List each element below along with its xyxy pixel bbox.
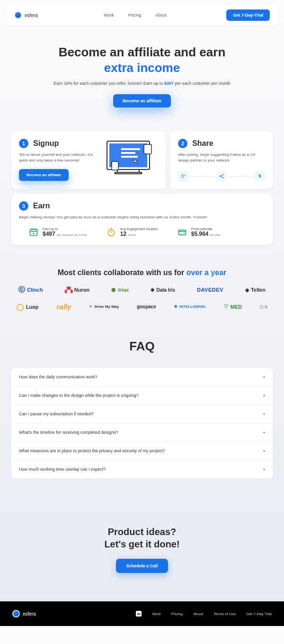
svg-point-14 (108, 230, 114, 236)
client-logo: ▞▚Nuron (65, 287, 89, 293)
faq-item[interactable]: How much working time overlap can I expe… (11, 460, 273, 478)
get-trial-button[interactable]: Get 7-Day-Trial (226, 9, 270, 21)
main-nav: Work Pricing About (104, 13, 167, 18)
step-title: Share (192, 139, 213, 148)
logo-text: esfera (25, 13, 38, 18)
money-icon (255, 171, 265, 181)
clients-title: Most clients collaborate with us for ove… (0, 268, 284, 277)
svg-rect-8 (112, 161, 118, 170)
svg-rect-13 (30, 229, 37, 235)
footer-logo[interactable]: esfera (12, 610, 36, 617)
chevron-down-icon: ▾ (263, 394, 265, 398)
stat-value: 12 month (120, 231, 158, 237)
step-number: 3 (19, 201, 28, 211)
footer-link-work[interactable]: Work (152, 612, 161, 616)
step-desc: Begin making money! You get paid as soon… (19, 215, 265, 220)
logo[interactable]: esfera (14, 11, 38, 19)
step-desc: After joining, begin suggesting Esfera a… (178, 152, 265, 163)
footer-link-terms[interactable]: Terms of Use (213, 612, 236, 616)
wallet-icon (177, 227, 187, 237)
stat-label: Earn up to (43, 227, 87, 231)
client-logo: ◻ S (260, 304, 267, 309)
chevron-down-icon: ▾ (263, 449, 265, 453)
svg-rect-3 (121, 152, 135, 154)
logo-text: esfera (23, 611, 36, 617)
footer-link-pricing[interactable]: Pricing (171, 612, 183, 616)
hero: Become an affiliate and earn extra incom… (0, 30, 284, 117)
nav-work[interactable]: Work (104, 13, 114, 18)
hero-title-line2: extra income (104, 61, 180, 75)
step-earn-card: 3 Earn Begin making money! You get paid … (11, 194, 273, 245)
step-affiliate-button[interactable]: Become an affiliate (19, 169, 69, 181)
footer-link-about[interactable]: About (193, 612, 203, 616)
hero-title-line1: Become an affiliate and earn (59, 45, 226, 59)
clients-section: Most clients collaborate with us for ove… (0, 245, 284, 320)
svg-rect-7 (144, 144, 151, 154)
client-logo: ♡MED (224, 304, 242, 310)
share-flow (178, 171, 265, 181)
stat-duration: Avg engagement duration 12 month (106, 227, 158, 237)
logo-icon (14, 11, 22, 19)
cta-section: Product ideas? Let's get it done! Schedu… (0, 492, 284, 601)
faq-item[interactable]: Can I make changes to the design while t… (11, 386, 273, 405)
client-logo: ⓒClinch (18, 286, 43, 294)
chevron-down-icon: ▾ (263, 467, 265, 472)
header: esfera Work Pricing About Get 7-Day-Tria… (7, 5, 277, 26)
svg-rect-4 (121, 156, 138, 158)
share-icon (216, 171, 227, 181)
flow-connector (190, 176, 214, 177)
client-logo: ◯ Luep (17, 303, 38, 311)
stat-earn: Earn up to $497 per customer per month (28, 227, 87, 237)
svg-point-9 (182, 175, 183, 176)
person-icon (178, 171, 188, 181)
step-share-card: 2 Share After joining, begin suggesting … (170, 131, 273, 189)
hero-subtitle: Earn 10% for each customer you refer, fo… (19, 81, 265, 86)
stat-label: Avg engagement duration (120, 227, 158, 231)
chevron-down-icon: ▾ (263, 375, 265, 379)
step-number: 1 (19, 139, 28, 148)
svg-rect-15 (178, 230, 186, 235)
svg-rect-6 (115, 172, 142, 174)
calendar-icon (28, 227, 39, 237)
logo-icon (12, 610, 20, 617)
client-logo: ◈Tellen (245, 287, 266, 293)
linkedin-icon[interactable]: in (136, 611, 142, 617)
faq-title: FAQ (11, 339, 273, 354)
svg-rect-2 (121, 148, 140, 150)
schedule-call-button[interactable]: Schedule a Call (116, 559, 169, 573)
client-logos-row1: ⓒClinch ▞▚Nuron ⬢triax ✱ Data Iris DAVED… (0, 277, 284, 294)
faq-section: FAQ How does the daily communication wor… (0, 320, 284, 492)
hero-title: Become an affiliate and earn extra incom… (19, 45, 265, 75)
faq-item[interactable]: Can I pause my subscription if needed?▾ (11, 405, 273, 423)
step-signup-card: 1 Signup Tell us about yourself and your… (11, 131, 166, 189)
chevron-down-icon: ▾ (263, 430, 265, 435)
earn-stats: Earn up to $497 per customer per month A… (19, 227, 265, 237)
faq-item[interactable]: What's the timeline for receiving comple… (11, 423, 273, 442)
stat-profit: Profit potential $5.964 per year (177, 227, 221, 237)
faq-item[interactable]: How does the daily communication work?▾ (11, 368, 273, 386)
nav-pricing[interactable]: Pricing (128, 13, 142, 18)
signup-illustration (102, 139, 159, 179)
client-logo: ✦Drive My Way (89, 304, 119, 309)
faq-list: How does the daily communication work?▾ … (11, 368, 273, 478)
step-title: Earn (33, 202, 50, 210)
svg-point-11 (222, 174, 223, 175)
client-logo: ⬢triax (111, 287, 129, 293)
cta-title: Product ideas? Let's get it done! (0, 526, 284, 550)
nav-about[interactable]: About (155, 13, 167, 18)
footer: esfera in Work Pricing About Terms of Us… (0, 601, 284, 626)
client-logos-row2: ◯ Luep rally ✦Drive My Way gospace ✱ INT… (0, 294, 284, 311)
steps-row: 1 Signup Tell us about yourself and your… (0, 117, 284, 189)
client-logo: rally (56, 303, 71, 311)
svg-point-10 (220, 176, 221, 177)
client-logo: ✱ INTELLIGENIC (174, 304, 206, 309)
footer-link-trial[interactable]: Get 7-Day Trial (246, 612, 272, 616)
step-number: 2 (178, 139, 187, 148)
flow-connector (229, 176, 253, 177)
faq-item[interactable]: What measures are in place to protect th… (11, 442, 273, 460)
become-affiliate-button[interactable]: Become an affiliate (113, 94, 171, 107)
step-desc: Tell us about yourself and your network—… (19, 152, 95, 163)
client-logo: DAVEDEV (197, 287, 223, 293)
footer-nav: in Work Pricing About Terms of Use Get 7… (136, 611, 272, 617)
client-logo: gospace (137, 304, 156, 309)
